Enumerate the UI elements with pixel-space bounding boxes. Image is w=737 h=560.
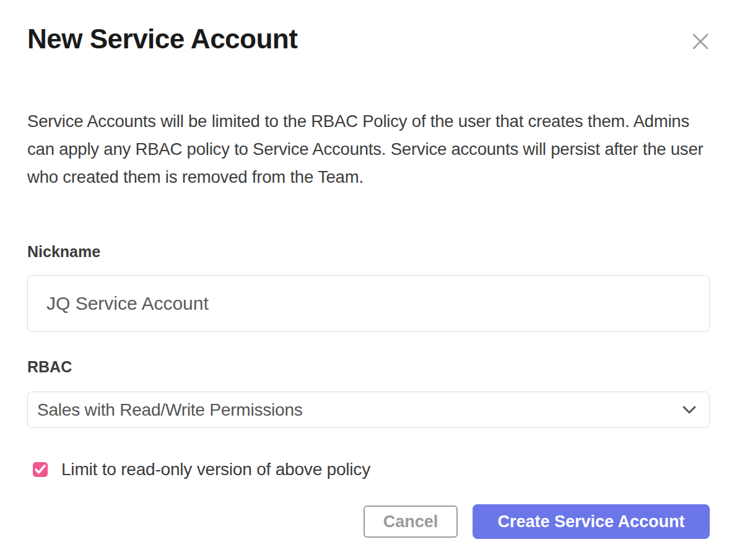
modal-footer: Cancel Create Service Account <box>364 504 710 539</box>
read-only-checkbox-row[interactable]: Limit to read-only version of above poli… <box>33 460 370 479</box>
modal-description: Service Accounts will be limited to the … <box>27 108 721 191</box>
nickname-input[interactable] <box>27 275 710 332</box>
rbac-select[interactable]: Sales with Read/Write Permissions <box>27 392 710 428</box>
nickname-label: Nickname <box>27 243 100 261</box>
rbac-selected-option: Sales with Read/Write Permissions <box>37 400 682 420</box>
cancel-button[interactable]: Cancel <box>364 505 458 538</box>
close-button[interactable] <box>689 30 712 53</box>
read-only-checkbox-label: Limit to read-only version of above poli… <box>61 460 370 479</box>
rbac-label: RBAC <box>27 358 72 376</box>
checkbox-checked-icon[interactable] <box>33 462 48 477</box>
new-service-account-modal: New Service Account Service Accounts wil… <box>0 0 737 560</box>
close-icon <box>692 33 709 50</box>
chevron-down-icon <box>682 405 697 415</box>
modal-title: New Service Account <box>27 24 297 55</box>
create-service-account-button[interactable]: Create Service Account <box>473 504 710 539</box>
